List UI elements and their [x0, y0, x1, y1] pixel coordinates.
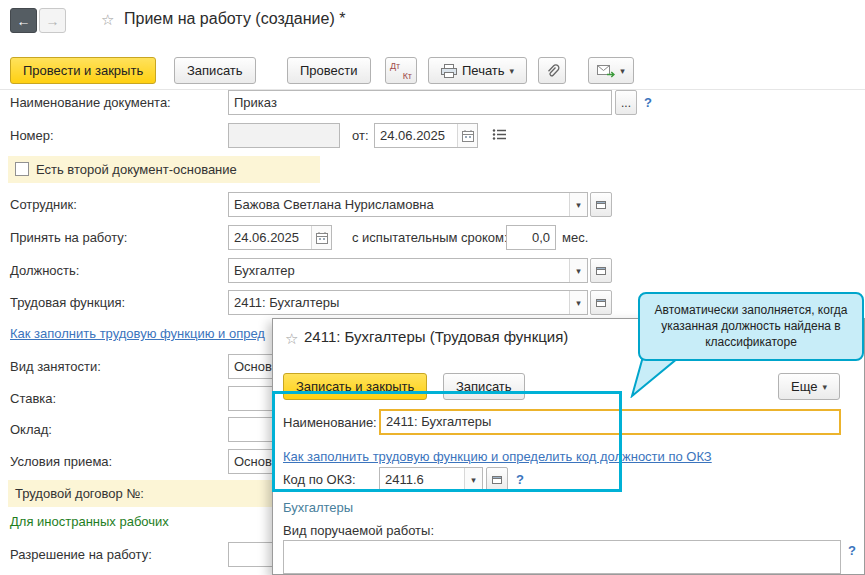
labor-function-value: 2411: Бухгалтеры — [229, 291, 569, 314]
probation-value: 0,0 — [507, 226, 555, 249]
document-journal-button[interactable] — [492, 128, 507, 144]
labor-function-label: Трудовая функция: — [10, 290, 125, 315]
open-form-icon — [595, 199, 607, 211]
modal-write-button[interactable]: Записать — [443, 373, 525, 400]
printer-icon — [441, 64, 457, 78]
callout-bubble: Автоматически заполняется, когда указанн… — [638, 292, 864, 361]
employee-label: Сотрудник: — [10, 192, 77, 217]
open-form-icon — [595, 265, 607, 277]
post-button[interactable]: Провести — [287, 57, 371, 84]
probation-input[interactable]: 0,0 — [506, 225, 556, 250]
doc-name-label: Наименование документа: — [10, 90, 171, 115]
more-label: Еще — [791, 379, 817, 394]
more-dropdown-icon: ▾ — [822, 382, 827, 392]
work-type-textarea[interactable] — [283, 540, 841, 574]
position-dropdown-button[interactable]: ▾ — [569, 259, 587, 282]
page-title: Прием на работу (создание) * — [124, 10, 345, 28]
list-icon — [492, 128, 507, 141]
modal-name-input[interactable]: 2411: Бухгалтеры — [379, 409, 841, 435]
second-doc-checkbox[interactable] — [15, 162, 29, 176]
app-window: ← → ☆ Прием на работу (создание) * Прове… — [0, 0, 865, 575]
labor-function-input[interactable]: 2411: Бухгалтеры ▾ — [228, 290, 588, 315]
probation-label: с испытательным сроком: — [352, 225, 508, 250]
labor-function-open-button[interactable] — [590, 290, 612, 315]
contract-label: Трудовой договор №: — [15, 481, 144, 506]
hire-date-input[interactable]: 24.06.2025 — [228, 225, 332, 250]
modal-title: 2411: Бухгалтеры (Трудовая функция) — [304, 328, 568, 345]
okz-code-input[interactable]: 2411.6 ▾ — [379, 467, 483, 492]
write-button[interactable]: Записать — [174, 57, 256, 84]
modal-how-to-fill-link[interactable]: Как заполнить трудовую функцию и определ… — [283, 449, 712, 465]
position-value: Бухгалтер — [229, 259, 569, 282]
okz-group-caption: Бухгалтеры — [283, 500, 353, 516]
chevron-down-icon: ▾ — [576, 266, 581, 276]
post-and-close-button[interactable]: Провести и закрыть — [10, 57, 156, 84]
position-input[interactable]: Бухгалтер ▾ — [228, 258, 588, 283]
number-value — [229, 124, 339, 147]
print-button[interactable]: Печать ▾ — [428, 57, 527, 84]
employee-dropdown-button[interactable]: ▾ — [569, 193, 587, 216]
back-button[interactable]: ← — [10, 8, 37, 33]
chevron-down-icon: ▾ — [471, 475, 476, 485]
hire-date-calendar-button[interactable] — [311, 226, 331, 249]
okz-code-label: Код по ОКЗ: — [283, 467, 356, 492]
number-input[interactable] — [228, 123, 340, 148]
dt-kt-register-button[interactable]: Дт Кт — [385, 57, 417, 84]
doc-name-help[interactable]: ? — [644, 90, 652, 115]
doc-name-value: Приказ — [229, 91, 611, 114]
doc-date-calendar-button[interactable] — [457, 124, 477, 147]
forward-arrow-icon: → — [46, 13, 60, 29]
labor-function-dropdown-button[interactable]: ▾ — [569, 291, 587, 314]
how-to-fill-link[interactable]: Как заполнить трудовую функцию и опред — [10, 326, 265, 342]
favorite-star-icon[interactable]: ☆ — [101, 11, 114, 29]
doc-date-value: 24.06.2025 — [375, 124, 457, 147]
from-label: от: — [352, 123, 369, 148]
kt-label: Кт — [403, 71, 416, 81]
forward-button[interactable]: → — [39, 8, 66, 33]
okz-dropdown-button[interactable]: ▾ — [464, 468, 482, 491]
okz-code-value: 2411.6 — [380, 468, 464, 491]
modal-save-close-button[interactable]: Записать и закрыть — [283, 373, 427, 400]
conditions-label: Условия приема: — [10, 449, 112, 474]
second-doc-label: Есть второй документ-основание — [36, 157, 237, 182]
callout-text: Автоматически заполняется, когда указанн… — [655, 303, 848, 349]
modal-name-label: Наименование: — [283, 410, 377, 435]
back-arrow-icon: ← — [17, 13, 31, 29]
work-type-help[interactable]: ? — [848, 538, 856, 563]
okz-help[interactable]: ? — [516, 467, 524, 492]
doc-name-input[interactable]: Приказ — [228, 90, 612, 115]
months-label: мес. — [562, 225, 588, 250]
mail-send-icon — [597, 64, 615, 78]
calendar-icon — [315, 231, 329, 245]
calendar-icon — [461, 129, 475, 143]
modal-favorite-star-icon[interactable]: ☆ — [285, 330, 298, 348]
print-dropdown-icon: ▾ — [510, 66, 515, 76]
chevron-down-icon: ▾ — [576, 200, 581, 210]
doc-name-more-button[interactable]: ... — [615, 90, 637, 115]
employment-type-label: Вид занятости: — [10, 354, 101, 379]
rate-label: Ставка: — [10, 386, 56, 411]
dt-label: Дт — [386, 61, 400, 71]
employee-input[interactable]: Бажова Светлана Нурисламовна ▾ — [228, 192, 588, 217]
salary-label: Оклад: — [10, 417, 52, 442]
doc-date-input[interactable]: 24.06.2025 — [374, 123, 478, 148]
okz-open-button[interactable] — [486, 467, 508, 492]
chevron-down-icon: ▾ — [576, 298, 581, 308]
paperclip-icon — [544, 63, 560, 79]
hire-date-value: 24.06.2025 — [229, 226, 311, 249]
position-open-button[interactable] — [590, 258, 612, 283]
modal-more-button[interactable]: Еще ▾ — [778, 373, 840, 400]
position-label: Должность: — [10, 258, 79, 283]
foreign-workers-group[interactable]: Для иностранных рабочих — [10, 514, 169, 530]
employee-open-button[interactable] — [590, 192, 612, 217]
open-form-icon — [595, 297, 607, 309]
hire-date-label: Принять на работу: — [10, 225, 127, 250]
employee-value: Бажова Светлана Нурисламовна — [229, 193, 569, 216]
attachments-button[interactable] — [538, 57, 566, 84]
number-label: Номер: — [10, 123, 54, 148]
open-form-icon — [491, 474, 503, 486]
send-button[interactable]: ▾ — [588, 57, 634, 84]
send-dropdown-icon: ▾ — [620, 66, 625, 76]
ellipsis-icon: ... — [621, 96, 631, 110]
print-label: Печать — [462, 63, 505, 78]
